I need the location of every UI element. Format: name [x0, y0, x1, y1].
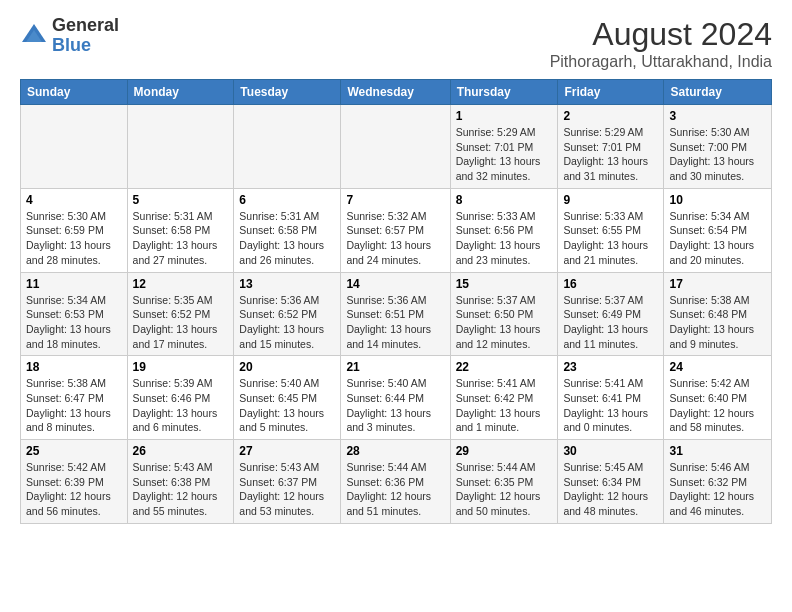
day-info: Sunrise: 5:33 AM Sunset: 6:55 PM Dayligh…: [563, 209, 658, 268]
day-info: Sunrise: 5:40 AM Sunset: 6:44 PM Dayligh…: [346, 376, 444, 435]
location-subtitle: Pithoragarh, Uttarakhand, India: [550, 53, 772, 71]
calendar-cell: [341, 105, 450, 189]
day-info: Sunrise: 5:45 AM Sunset: 6:34 PM Dayligh…: [563, 460, 658, 519]
day-info: Sunrise: 5:43 AM Sunset: 6:37 PM Dayligh…: [239, 460, 335, 519]
day-info: Sunrise: 5:37 AM Sunset: 6:50 PM Dayligh…: [456, 293, 553, 352]
day-number: 23: [563, 360, 658, 374]
calendar-cell: 26Sunrise: 5:43 AM Sunset: 6:38 PM Dayli…: [127, 440, 234, 524]
day-number: 16: [563, 277, 658, 291]
calendar-cell: 9Sunrise: 5:33 AM Sunset: 6:55 PM Daylig…: [558, 188, 664, 272]
calendar-week-row: 4Sunrise: 5:30 AM Sunset: 6:59 PM Daylig…: [21, 188, 772, 272]
day-info: Sunrise: 5:44 AM Sunset: 6:36 PM Dayligh…: [346, 460, 444, 519]
calendar-cell: 19Sunrise: 5:39 AM Sunset: 6:46 PM Dayli…: [127, 356, 234, 440]
calendar-cell: 18Sunrise: 5:38 AM Sunset: 6:47 PM Dayli…: [21, 356, 128, 440]
calendar-cell: 8Sunrise: 5:33 AM Sunset: 6:56 PM Daylig…: [450, 188, 558, 272]
page-header: General Blue August 2024 Pithoragarh, Ut…: [20, 16, 772, 71]
calendar-cell: 25Sunrise: 5:42 AM Sunset: 6:39 PM Dayli…: [21, 440, 128, 524]
calendar-cell: 20Sunrise: 5:40 AM Sunset: 6:45 PM Dayli…: [234, 356, 341, 440]
day-info: Sunrise: 5:43 AM Sunset: 6:38 PM Dayligh…: [133, 460, 229, 519]
calendar-cell: 29Sunrise: 5:44 AM Sunset: 6:35 PM Dayli…: [450, 440, 558, 524]
day-info: Sunrise: 5:29 AM Sunset: 7:01 PM Dayligh…: [563, 125, 658, 184]
calendar-cell: 31Sunrise: 5:46 AM Sunset: 6:32 PM Dayli…: [664, 440, 772, 524]
logo: General Blue: [20, 16, 119, 56]
day-info: Sunrise: 5:36 AM Sunset: 6:52 PM Dayligh…: [239, 293, 335, 352]
calendar-cell: 21Sunrise: 5:40 AM Sunset: 6:44 PM Dayli…: [341, 356, 450, 440]
day-number: 24: [669, 360, 766, 374]
calendar-day-header: Thursday: [450, 80, 558, 105]
day-info: Sunrise: 5:44 AM Sunset: 6:35 PM Dayligh…: [456, 460, 553, 519]
calendar-week-row: 11Sunrise: 5:34 AM Sunset: 6:53 PM Dayli…: [21, 272, 772, 356]
day-info: Sunrise: 5:35 AM Sunset: 6:52 PM Dayligh…: [133, 293, 229, 352]
day-number: 2: [563, 109, 658, 123]
day-number: 20: [239, 360, 335, 374]
day-info: Sunrise: 5:34 AM Sunset: 6:53 PM Dayligh…: [26, 293, 122, 352]
calendar-cell: [127, 105, 234, 189]
calendar-day-header: Wednesday: [341, 80, 450, 105]
day-number: 19: [133, 360, 229, 374]
day-number: 30: [563, 444, 658, 458]
day-info: Sunrise: 5:30 AM Sunset: 6:59 PM Dayligh…: [26, 209, 122, 268]
calendar-cell: 15Sunrise: 5:37 AM Sunset: 6:50 PM Dayli…: [450, 272, 558, 356]
day-info: Sunrise: 5:41 AM Sunset: 6:42 PM Dayligh…: [456, 376, 553, 435]
day-number: 28: [346, 444, 444, 458]
calendar-cell: 6Sunrise: 5:31 AM Sunset: 6:58 PM Daylig…: [234, 188, 341, 272]
calendar-cell: 1Sunrise: 5:29 AM Sunset: 7:01 PM Daylig…: [450, 105, 558, 189]
calendar-cell: 14Sunrise: 5:36 AM Sunset: 6:51 PM Dayli…: [341, 272, 450, 356]
day-number: 25: [26, 444, 122, 458]
day-number: 4: [26, 193, 122, 207]
day-number: 8: [456, 193, 553, 207]
day-number: 6: [239, 193, 335, 207]
calendar-cell: 24Sunrise: 5:42 AM Sunset: 6:40 PM Dayli…: [664, 356, 772, 440]
day-info: Sunrise: 5:32 AM Sunset: 6:57 PM Dayligh…: [346, 209, 444, 268]
logo-icon: [20, 22, 48, 50]
day-number: 14: [346, 277, 444, 291]
day-number: 22: [456, 360, 553, 374]
calendar-week-row: 25Sunrise: 5:42 AM Sunset: 6:39 PM Dayli…: [21, 440, 772, 524]
day-info: Sunrise: 5:36 AM Sunset: 6:51 PM Dayligh…: [346, 293, 444, 352]
calendar-day-header: Saturday: [664, 80, 772, 105]
day-number: 13: [239, 277, 335, 291]
calendar-day-header: Tuesday: [234, 80, 341, 105]
day-info: Sunrise: 5:37 AM Sunset: 6:49 PM Dayligh…: [563, 293, 658, 352]
day-info: Sunrise: 5:40 AM Sunset: 6:45 PM Dayligh…: [239, 376, 335, 435]
calendar-week-row: 18Sunrise: 5:38 AM Sunset: 6:47 PM Dayli…: [21, 356, 772, 440]
calendar-day-header: Friday: [558, 80, 664, 105]
calendar-cell: 16Sunrise: 5:37 AM Sunset: 6:49 PM Dayli…: [558, 272, 664, 356]
day-info: Sunrise: 5:42 AM Sunset: 6:39 PM Dayligh…: [26, 460, 122, 519]
calendar-week-row: 1Sunrise: 5:29 AM Sunset: 7:01 PM Daylig…: [21, 105, 772, 189]
day-number: 15: [456, 277, 553, 291]
logo-blue-text: Blue: [52, 35, 91, 55]
logo-text: General Blue: [52, 16, 119, 56]
day-number: 31: [669, 444, 766, 458]
calendar-cell: 27Sunrise: 5:43 AM Sunset: 6:37 PM Dayli…: [234, 440, 341, 524]
calendar-cell: 22Sunrise: 5:41 AM Sunset: 6:42 PM Dayli…: [450, 356, 558, 440]
day-info: Sunrise: 5:38 AM Sunset: 6:47 PM Dayligh…: [26, 376, 122, 435]
day-number: 21: [346, 360, 444, 374]
day-number: 27: [239, 444, 335, 458]
day-number: 9: [563, 193, 658, 207]
day-number: 11: [26, 277, 122, 291]
day-number: 1: [456, 109, 553, 123]
day-number: 10: [669, 193, 766, 207]
calendar-cell: [234, 105, 341, 189]
calendar-cell: 4Sunrise: 5:30 AM Sunset: 6:59 PM Daylig…: [21, 188, 128, 272]
calendar-day-header: Sunday: [21, 80, 128, 105]
day-info: Sunrise: 5:34 AM Sunset: 6:54 PM Dayligh…: [669, 209, 766, 268]
title-area: August 2024 Pithoragarh, Uttarakhand, In…: [550, 16, 772, 71]
calendar-cell: 11Sunrise: 5:34 AM Sunset: 6:53 PM Dayli…: [21, 272, 128, 356]
day-number: 29: [456, 444, 553, 458]
day-number: 7: [346, 193, 444, 207]
day-info: Sunrise: 5:46 AM Sunset: 6:32 PM Dayligh…: [669, 460, 766, 519]
calendar-cell: 5Sunrise: 5:31 AM Sunset: 6:58 PM Daylig…: [127, 188, 234, 272]
calendar-cell: 7Sunrise: 5:32 AM Sunset: 6:57 PM Daylig…: [341, 188, 450, 272]
day-info: Sunrise: 5:41 AM Sunset: 6:41 PM Dayligh…: [563, 376, 658, 435]
calendar-cell: 28Sunrise: 5:44 AM Sunset: 6:36 PM Dayli…: [341, 440, 450, 524]
day-info: Sunrise: 5:42 AM Sunset: 6:40 PM Dayligh…: [669, 376, 766, 435]
logo-general-text: General: [52, 15, 119, 35]
day-number: 26: [133, 444, 229, 458]
calendar-table: SundayMondayTuesdayWednesdayThursdayFrid…: [20, 79, 772, 524]
calendar-cell: 17Sunrise: 5:38 AM Sunset: 6:48 PM Dayli…: [664, 272, 772, 356]
calendar-cell: 23Sunrise: 5:41 AM Sunset: 6:41 PM Dayli…: [558, 356, 664, 440]
calendar-cell: [21, 105, 128, 189]
day-info: Sunrise: 5:29 AM Sunset: 7:01 PM Dayligh…: [456, 125, 553, 184]
